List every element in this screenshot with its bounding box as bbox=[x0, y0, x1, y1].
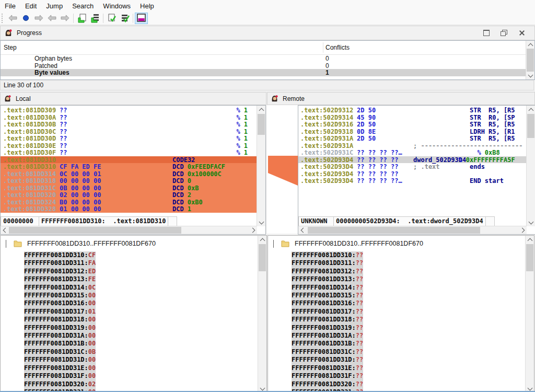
scroll-right-arrow[interactable] bbox=[249, 226, 257, 234]
vertical-scrollbar[interactable] bbox=[257, 106, 265, 226]
collapse-chevron-icon[interactable] bbox=[273, 240, 274, 247]
listing-row[interactable]: .text:081DD30E??%1 bbox=[1, 142, 257, 149]
hex-byte-row[interactable]: FFFFFFF0081DD317:01 bbox=[24, 308, 96, 316]
hex-byte-row[interactable]: FFFFFFF0081DD31F:?? bbox=[292, 372, 363, 380]
hex-byte-row[interactable]: FFFFFFF0081DD318:?? bbox=[292, 316, 363, 324]
scrollbar-thumb[interactable] bbox=[308, 227, 480, 234]
column-divider[interactable] bbox=[323, 42, 323, 53]
close-button[interactable] bbox=[517, 29, 527, 37]
listing-row[interactable]: .text:502D93D4?? ?? ?? ??dword_502D93D4%… bbox=[298, 156, 526, 164]
previous-diff-button[interactable] bbox=[45, 13, 59, 24]
scroll-left-arrow[interactable] bbox=[298, 226, 306, 234]
hex-byte-row[interactable]: FFFFFFF0081DD31C:0B bbox=[24, 348, 96, 356]
horizontal-scrollbar[interactable] bbox=[298, 226, 527, 234]
scroll-down-arrow[interactable] bbox=[257, 218, 265, 226]
hex-byte-row[interactable]: FFFFFFF0081DD310:?? bbox=[292, 251, 363, 259]
hex-byte-row[interactable]: FFFFFFF0081DD314:0C bbox=[24, 284, 96, 292]
accept-list-button[interactable] bbox=[118, 13, 131, 24]
listing-row[interactable]: .text:081DD30F??%1 bbox=[1, 149, 257, 156]
listing-row[interactable]: .text:502D93180D 8ELDRHR5, [R1 bbox=[298, 128, 526, 135]
export-page-button[interactable] bbox=[75, 13, 88, 24]
hex-byte-row[interactable]: FFFFFFF0081DD31C:?? bbox=[292, 348, 363, 356]
listing-row[interactable]: .text:081DD324B0 00 00 00DCD0xB0 bbox=[1, 199, 257, 206]
export-list-button[interactable] bbox=[88, 13, 101, 24]
hex-byte-row[interactable]: FFFFFFF0081DD320:02 bbox=[24, 381, 96, 388]
scrollbar-thumb[interactable] bbox=[527, 114, 534, 138]
local-disassembly-listing[interactable]: .text:081DD309??%1.text:081DD30A??%1.tex… bbox=[1, 107, 257, 216]
listing-row[interactable]: .text:502D93122D 50STRR5, [R5 bbox=[298, 107, 526, 114]
scroll-up-arrow[interactable] bbox=[257, 106, 265, 113]
hex-byte-row[interactable]: FFFFFFF0081DD313:?? bbox=[292, 275, 363, 283]
listing-row[interactable]: .text:081DD309??%1 bbox=[1, 107, 257, 114]
horizontal-scrollbar[interactable] bbox=[1, 226, 257, 234]
scroll-up-arrow[interactable] bbox=[527, 106, 535, 113]
remote-disassembly-listing[interactable]: .text:502D93122D 50STRR5, [R5.text:502D9… bbox=[298, 107, 526, 216]
hex-byte-row[interactable]: FFFFFFF0081DD31E:00 bbox=[24, 364, 96, 372]
listing-row[interactable]: .text:081DD310CODE32 bbox=[1, 156, 257, 164]
menu-item-help[interactable]: Help bbox=[135, 1, 159, 11]
hex-byte-row[interactable]: FFFFFFF0081DD314:?? bbox=[292, 284, 363, 292]
hex-byte-row[interactable]: FFFFFFF0081DD312:?? bbox=[292, 268, 363, 275]
menu-item-jump[interactable]: Jump bbox=[41, 1, 67, 11]
merge-view-toggle-button[interactable] bbox=[135, 13, 148, 24]
maximize-button[interactable] bbox=[481, 29, 492, 37]
listing-row[interactable]: .text:502D931445 90STRR0, [SP bbox=[298, 114, 526, 121]
hex-byte-row[interactable]: FFFFFFF0081DD312:ED bbox=[24, 268, 96, 275]
scrollbar-thumb[interactable] bbox=[527, 49, 534, 72]
current-position-button[interactable] bbox=[19, 13, 32, 24]
hex-byte-row[interactable]: FFFFFFF0081DD320:?? bbox=[292, 381, 363, 388]
hex-byte-row[interactable]: FFFFFFF0081DD310:CF bbox=[24, 251, 96, 259]
vertical-scrollbar[interactable] bbox=[258, 236, 266, 392]
listing-row[interactable]: .text:081DD32801 00 00 00DCD1 bbox=[1, 205, 257, 213]
hex-byte-row[interactable]: FFFFFFF0081DD31B:?? bbox=[292, 340, 363, 348]
toolbar-grip[interactable] bbox=[2, 14, 4, 23]
scroll-left-arrow[interactable] bbox=[1, 226, 8, 234]
collapse-chevron-icon[interactable] bbox=[6, 240, 6, 247]
menu-item-windows[interactable]: Windows bbox=[98, 1, 135, 11]
hex-byte-row[interactable]: FFFFFFF0081DD31B:00 bbox=[24, 340, 96, 348]
hex-byte-row[interactable]: FFFFFFF0081DD311:?? bbox=[292, 259, 363, 267]
hex-byte-row[interactable]: FFFFFFF0081DD31A:?? bbox=[292, 332, 363, 340]
scroll-up-arrow[interactable] bbox=[526, 236, 534, 244]
vertical-scrollbar[interactable] bbox=[526, 41, 534, 79]
hex-byte-row[interactable]: FFFFFFF0081DD315:00 bbox=[24, 292, 96, 299]
menu-item-edit[interactable]: Edit bbox=[20, 1, 41, 11]
scrollbar-thumb[interactable] bbox=[9, 227, 181, 234]
back-arrow-button[interactable] bbox=[6, 13, 19, 24]
scroll-down-arrow[interactable] bbox=[527, 218, 535, 226]
listing-row[interactable]: .text:081DD32002 00 00 00DCD2 bbox=[1, 191, 257, 199]
next-diff-button[interactable] bbox=[59, 13, 72, 24]
vertical-scrollbar[interactable] bbox=[525, 236, 534, 392]
hex-byte-row[interactable]: FFFFFFF0081DD31F:00 bbox=[24, 372, 96, 380]
listing-row[interactable]: .text:081DD310CF FA ED FEDCD0xFEEDFACF bbox=[1, 163, 257, 170]
listing-row[interactable]: .text:502D93162D 50STRR5, [R5 bbox=[298, 121, 526, 128]
scrollbar-thumb[interactable] bbox=[259, 244, 266, 271]
forward-arrow-button[interactable] bbox=[32, 13, 45, 24]
menu-item-file[interactable]: File bbox=[0, 1, 20, 11]
hex-byte-row[interactable]: FFFFFFF0081DD315:?? bbox=[292, 292, 363, 299]
scrollbar-thumb[interactable] bbox=[526, 244, 533, 271]
listing-row[interactable]: .text:081DD30D??%1 bbox=[1, 135, 257, 142]
hex-byte-row[interactable]: FFFFFFF0081DD319:?? bbox=[292, 324, 363, 332]
hex-byte-row[interactable]: FFFFFFF0081DD31E:?? bbox=[292, 364, 363, 372]
scroll-up-arrow[interactable] bbox=[526, 41, 534, 49]
hex-byte-row[interactable]: FFFFFFF0081DD31A:00 bbox=[24, 332, 96, 340]
hex-byte-row[interactable]: FFFFFFF0081DD313:FE bbox=[24, 275, 96, 283]
scroll-down-arrow[interactable] bbox=[526, 72, 534, 79]
scroll-up-arrow[interactable] bbox=[258, 236, 266, 244]
vertical-scrollbar[interactable] bbox=[526, 106, 535, 226]
listing-row[interactable]: .text:081DD30C??%1 bbox=[1, 128, 257, 135]
listing-row[interactable]: .text:081DD31C0B 00 00 00DCD0xB bbox=[1, 185, 257, 192]
hex-byte-row[interactable]: FFFFFFF0081DD317:?? bbox=[292, 308, 363, 316]
scrollbar-thumb[interactable] bbox=[258, 114, 265, 135]
listing-row[interactable]: .text:502D93D4?? ?? ?? ?? bbox=[298, 170, 526, 178]
hex-byte-row[interactable]: FFFFFFF0081DD318:00 bbox=[24, 316, 96, 324]
listing-row[interactable]: .text:081DD30B??%1 bbox=[1, 121, 257, 128]
progress-row[interactable]: Patched0 bbox=[1, 62, 526, 70]
listing-row[interactable]: .text:081DD30A??%1 bbox=[1, 114, 257, 121]
hex-byte-row[interactable]: FFFFFFF0081DD31D:00 bbox=[24, 356, 96, 364]
hex-byte-row[interactable]: FFFFFFF0081DD316:?? bbox=[292, 299, 363, 307]
accept-page-button[interactable] bbox=[105, 13, 118, 24]
scroll-right-arrow[interactable] bbox=[519, 226, 527, 234]
hex-byte-row[interactable]: FFFFFFF0081DD319:00 bbox=[24, 324, 96, 332]
